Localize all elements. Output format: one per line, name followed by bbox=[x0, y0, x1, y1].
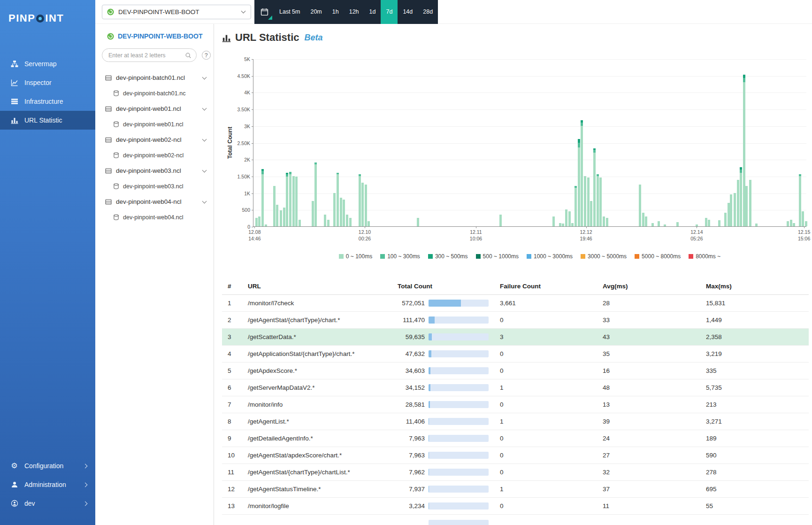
server-icon bbox=[105, 137, 112, 143]
column-header-[interactable]: # bbox=[222, 283, 248, 290]
chart-bar bbox=[599, 178, 602, 226]
legend-item-5000-8000ms[interactable]: 5000 ~ 8000ms bbox=[635, 253, 681, 260]
table-row[interactable]: 2/getAgentStat/{chartType}/chart.*111,47… bbox=[222, 312, 809, 329]
application-selector[interactable]: DEV-PINPOINT-WEB-BOOT bbox=[102, 5, 251, 19]
chart-bar-segment bbox=[708, 220, 710, 226]
time-range-7d[interactable]: 7d bbox=[381, 0, 398, 24]
table-row[interactable]: 11/getAgentStat/{chartType}/chartList.*7… bbox=[222, 464, 809, 481]
tree-leaf[interactable]: dev-pinpoint-web01.ncl bbox=[95, 116, 214, 132]
url-statistic-table: #URLTotal CountFailure CountAvg(ms)Max(m… bbox=[222, 278, 809, 525]
rank-cell: 5 bbox=[222, 367, 248, 374]
chart-plot-area: Total Count 05001K1.50K2K2.50K3K3.50K4K4… bbox=[253, 59, 806, 227]
table-row[interactable]: 3/getScatterData.*59,6353432,358 bbox=[222, 329, 809, 346]
gauge-fill bbox=[429, 333, 432, 340]
gauge-fill bbox=[429, 418, 429, 425]
chevron-right-icon bbox=[83, 463, 88, 468]
legend-item-500-1000ms[interactable]: 500 ~ 1000ms bbox=[476, 253, 519, 260]
table-row[interactable]: 13/monitor/logfile3,23401155 bbox=[222, 498, 809, 515]
tree-node[interactable]: dev-pinpoint-web04-ncl bbox=[95, 194, 214, 209]
sidebar-item-url-statistic[interactable]: URL Statistic bbox=[0, 111, 95, 130]
time-range-14d[interactable]: 14d bbox=[398, 0, 418, 24]
chart-bar-segment bbox=[327, 220, 329, 226]
avg-cell: 33 bbox=[603, 317, 706, 324]
chart-bar-segment bbox=[568, 211, 571, 226]
time-range-28d[interactable]: 28d bbox=[418, 0, 438, 24]
table-row[interactable]: 9/getDetailedAgentInfo.*7,963024189 bbox=[222, 430, 809, 447]
legend-item-0-100ms[interactable]: 0 ~ 100ms bbox=[339, 253, 372, 260]
chart-bar bbox=[745, 186, 748, 226]
y-tick bbox=[252, 126, 253, 127]
table-row[interactable]: 7/monitor/info28,581013213 bbox=[222, 396, 809, 413]
sidebar-item-dev[interactable]: dev bbox=[0, 494, 95, 513]
time-range-1d[interactable]: 1d bbox=[364, 0, 381, 24]
table-row[interactable]: 6/getServerMapDataV2.*34,1521485,735 bbox=[222, 379, 809, 396]
time-range-20m[interactable]: 20m bbox=[305, 0, 327, 24]
chart-bar-segment bbox=[749, 180, 751, 226]
agent-search-input[interactable] bbox=[108, 52, 182, 59]
legend-item-300-500ms[interactable]: 300 ~ 500ms bbox=[428, 253, 468, 260]
sidebar-item-label: Administration bbox=[24, 481, 77, 488]
database-icon bbox=[113, 183, 119, 189]
tree-node[interactable]: dev-pinpoint-web02-ncl bbox=[95, 132, 214, 147]
tree-leaf[interactable]: dev-pinpoint-web02-ncl bbox=[95, 147, 214, 163]
legend-label: 1000 ~ 3000ms bbox=[534, 253, 573, 260]
sidebar-item-administration[interactable]: Administration bbox=[0, 475, 95, 494]
x-tick-label: 12.0814:46 bbox=[241, 229, 268, 242]
tree-leaf[interactable]: dev-pinpoint-web03.ncl bbox=[95, 178, 214, 194]
chart-bar-segment bbox=[255, 218, 258, 226]
chart-bar-segment bbox=[734, 193, 736, 226]
column-header-url[interactable]: URL bbox=[248, 283, 398, 290]
y-tick-label: 1K bbox=[229, 191, 250, 196]
help-icon[interactable]: ? bbox=[202, 51, 211, 60]
total-count-cell: 7,962 bbox=[398, 469, 425, 476]
sidebar-item-inspector[interactable]: Inspector bbox=[0, 73, 95, 92]
url-cell: /getAgentStat/{chartType}/chart.* bbox=[248, 317, 398, 324]
total-count-cell: 34,603 bbox=[398, 367, 425, 374]
column-header-max-ms[interactable]: Max(ms) bbox=[706, 283, 809, 290]
y-tick-label: 4.50K bbox=[229, 73, 250, 79]
sidebar-item-servermap[interactable]: Servermap bbox=[0, 54, 95, 73]
legend-label: 300 ~ 500ms bbox=[435, 253, 468, 260]
chart-bar-segment bbox=[728, 203, 730, 226]
time-range-last-5m[interactable]: Last 5m bbox=[274, 0, 305, 24]
sidebar-item-configuration[interactable]: ⚙Configuration bbox=[0, 456, 95, 475]
chart-bar-segment bbox=[261, 174, 264, 226]
chart-bar-segment bbox=[571, 223, 574, 226]
legend-item-1000-3000ms[interactable]: 1000 ~ 3000ms bbox=[527, 253, 573, 260]
gauge-track bbox=[429, 350, 489, 357]
column-header-avg-ms[interactable]: Avg(ms) bbox=[603, 283, 706, 290]
tree-node[interactable]: dev-pinpoint-batch01.ncl bbox=[95, 70, 214, 85]
legend-item-3000-5000ms[interactable]: 3000 ~ 5000ms bbox=[581, 253, 627, 260]
chart-bar bbox=[365, 185, 367, 226]
tree-node[interactable]: dev-pinpoint-web01.ncl bbox=[95, 101, 214, 116]
legend-item-100-300ms[interactable]: 100 ~ 300ms bbox=[380, 253, 420, 260]
tree-node[interactable]: dev-pinpoint-web03.ncl bbox=[95, 163, 214, 178]
y-tick-label: 3.50K bbox=[229, 107, 250, 112]
table-row[interactable]: 1/monitor/l7check572,0513,6612815,831 bbox=[222, 295, 809, 312]
column-header-total-count[interactable]: Total Count bbox=[398, 283, 500, 290]
max-cell: 278 bbox=[706, 469, 809, 476]
chart-bar bbox=[361, 183, 364, 226]
time-range-12h[interactable]: 12h bbox=[344, 0, 364, 24]
time-range-1h[interactable]: 1h bbox=[327, 0, 344, 24]
table-row[interactable]: 10/getAgentStat/apdexScore/chart.*7,9630… bbox=[222, 447, 809, 464]
table-row[interactable]: 8/getAgentList.*11,4061393,271 bbox=[222, 413, 809, 430]
tree-leaf[interactable]: dev-pinpoint-web04.ncl bbox=[95, 209, 214, 225]
sidebar-item-infrastructure[interactable]: Infrastructure bbox=[0, 92, 95, 111]
chart-bar bbox=[333, 193, 336, 226]
table-row[interactable]: 5/getApdexScore.*34,603016335 bbox=[222, 363, 809, 379]
chart-bar-segment bbox=[295, 177, 298, 226]
chart-bar bbox=[802, 211, 804, 226]
column-header-failure-count[interactable]: Failure Count bbox=[500, 283, 603, 290]
search-icon[interactable] bbox=[185, 52, 192, 59]
gridline bbox=[253, 59, 806, 60]
chart-bar-segment bbox=[597, 176, 599, 226]
table-row[interactable]: 12/getAgentStatusTimeline.*7,937137695 bbox=[222, 481, 809, 498]
avg-cell: 16 bbox=[603, 367, 706, 374]
calendar-button[interactable] bbox=[254, 0, 274, 24]
url-cell: /getApdexScore.* bbox=[248, 367, 398, 374]
legend-item-8000ms[interactable]: 8000ms ~ bbox=[689, 253, 720, 260]
tree-leaf[interactable]: dev-pinpoint-batch01.nc bbox=[95, 85, 214, 101]
table-row[interactable]: 4/getApplicationStat/{chartType}/chart.*… bbox=[222, 346, 809, 363]
gauge-fill bbox=[429, 367, 430, 374]
